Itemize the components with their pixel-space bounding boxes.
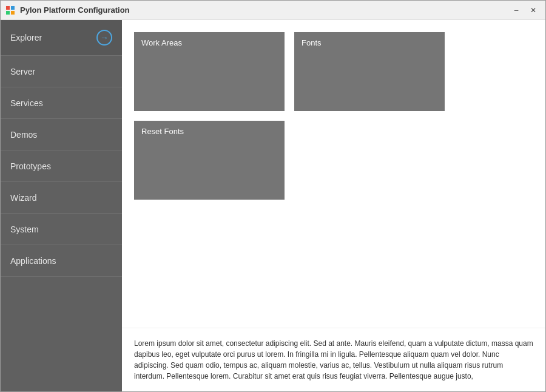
- sidebar-item-services[interactable]: Services: [1, 87, 122, 119]
- cards-row-2: Reset Fonts: [134, 121, 533, 200]
- close-button[interactable]: ✕: [526, 4, 541, 16]
- fonts-label: Fonts: [302, 38, 437, 47]
- sidebar-item-explorer[interactable]: Explorer →: [1, 20, 122, 56]
- sidebar-label-services: Services: [10, 98, 43, 108]
- svg-rect-3: [11, 11, 15, 15]
- fonts-card[interactable]: Fonts: [294, 32, 445, 111]
- svg-rect-0: [6, 6, 10, 10]
- explorer-arrow-icon: →: [96, 30, 112, 46]
- sidebar-label-wizard: Wizard: [10, 193, 37, 203]
- sidebar-item-system[interactable]: System: [1, 214, 122, 245]
- cards-area: Work Areas Fonts Reset Fonts: [122, 20, 545, 328]
- cards-row-1: Work Areas Fonts: [134, 32, 533, 111]
- sidebar-label-server: Server: [10, 67, 35, 76]
- reset-fonts-card[interactable]: Reset Fonts: [134, 121, 285, 200]
- sidebar-label-system: System: [10, 225, 39, 234]
- svg-rect-2: [6, 11, 10, 15]
- work-areas-card[interactable]: Work Areas: [134, 32, 285, 111]
- title-bar: Pylon Platform Configuration – ✕: [1, 1, 545, 20]
- sidebar: Explorer → Server Services Demos Prototy…: [1, 20, 122, 391]
- sidebar-label-prototypes: Prototypes: [10, 161, 51, 171]
- main-content: Work Areas Fonts Reset Fonts Lorem ipsum…: [122, 20, 545, 391]
- content-area: Explorer → Server Services Demos Prototy…: [1, 20, 545, 391]
- footer-text: Lorem ipsum dolor sit amet, consectetur …: [122, 328, 545, 391]
- minimize-button[interactable]: –: [509, 4, 524, 16]
- window-title: Pylon Platform Configuration: [20, 5, 130, 15]
- pylon-icon: [5, 5, 15, 15]
- sidebar-label-explorer: Explorer: [10, 33, 42, 42]
- sidebar-label-applications: Applications: [10, 256, 56, 266]
- svg-rect-1: [11, 6, 15, 10]
- title-bar-left: Pylon Platform Configuration: [5, 5, 130, 15]
- title-bar-controls: – ✕: [509, 4, 541, 16]
- sidebar-item-demos[interactable]: Demos: [1, 119, 122, 150]
- main-window: Pylon Platform Configuration – ✕ Explore…: [0, 0, 546, 392]
- reset-fonts-label: Reset Fonts: [141, 127, 277, 136]
- sidebar-item-prototypes[interactable]: Prototypes: [1, 150, 122, 182]
- sidebar-label-demos: Demos: [10, 130, 37, 140]
- sidebar-item-wizard[interactable]: Wizard: [1, 182, 122, 214]
- work-areas-label: Work Areas: [141, 38, 277, 47]
- sidebar-item-applications[interactable]: Applications: [1, 245, 122, 277]
- sidebar-item-server[interactable]: Server: [1, 56, 122, 87]
